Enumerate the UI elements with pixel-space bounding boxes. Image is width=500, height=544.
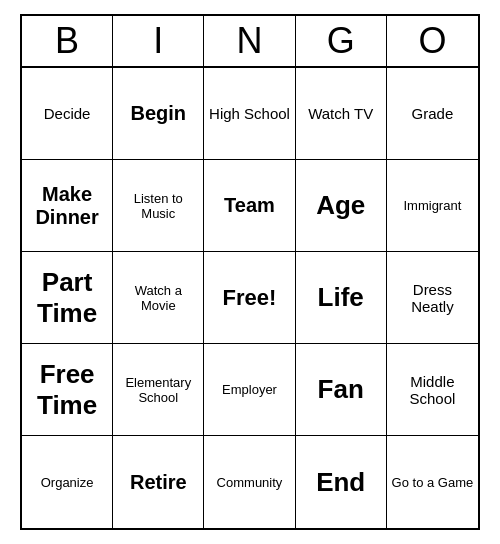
header-letter-b: B (22, 16, 113, 66)
bingo-cell-3[interactable]: Watch TV (296, 68, 387, 160)
bingo-cell-5[interactable]: Make Dinner (22, 160, 113, 252)
bingo-cell-14[interactable]: Dress Neatly (387, 252, 478, 344)
bingo-cell-6[interactable]: Listen to Music (113, 160, 204, 252)
bingo-cell-20[interactable]: Organize (22, 436, 113, 528)
bingo-cell-19[interactable]: Middle School (387, 344, 478, 436)
bingo-cell-9[interactable]: Immigrant (387, 160, 478, 252)
bingo-cell-16[interactable]: Elementary School (113, 344, 204, 436)
bingo-card: BINGO DecideBeginHigh SchoolWatch TVGrad… (20, 14, 480, 530)
bingo-cell-4[interactable]: Grade (387, 68, 478, 160)
bingo-cell-22[interactable]: Community (204, 436, 295, 528)
bingo-cell-12[interactable]: Free! (204, 252, 295, 344)
bingo-cell-24[interactable]: Go to a Game (387, 436, 478, 528)
bingo-cell-13[interactable]: Life (296, 252, 387, 344)
bingo-cell-18[interactable]: Fan (296, 344, 387, 436)
bingo-cell-7[interactable]: Team (204, 160, 295, 252)
bingo-cell-1[interactable]: Begin (113, 68, 204, 160)
bingo-cell-17[interactable]: Employer (204, 344, 295, 436)
bingo-cell-15[interactable]: Free Time (22, 344, 113, 436)
bingo-grid: DecideBeginHigh SchoolWatch TVGradeMake … (22, 68, 478, 528)
bingo-cell-23[interactable]: End (296, 436, 387, 528)
header-letter-o: O (387, 16, 478, 66)
bingo-cell-0[interactable]: Decide (22, 68, 113, 160)
header-letter-i: I (113, 16, 204, 66)
header-letter-g: G (296, 16, 387, 66)
bingo-cell-8[interactable]: Age (296, 160, 387, 252)
bingo-cell-10[interactable]: Part Time (22, 252, 113, 344)
bingo-cell-2[interactable]: High School (204, 68, 295, 160)
bingo-cell-21[interactable]: Retire (113, 436, 204, 528)
bingo-header: BINGO (22, 16, 478, 68)
bingo-cell-11[interactable]: Watch a Movie (113, 252, 204, 344)
header-letter-n: N (204, 16, 295, 66)
